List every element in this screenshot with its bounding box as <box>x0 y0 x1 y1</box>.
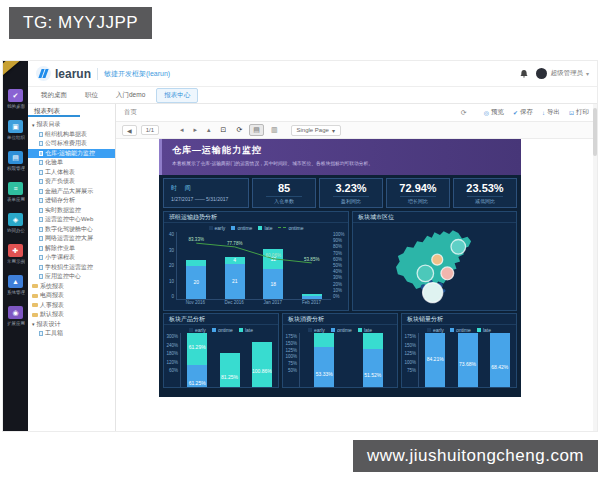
map-bubble[interactable] <box>417 265 433 281</box>
tab-2[interactable]: 入门demo <box>109 89 152 102</box>
map-bubble[interactable] <box>441 267 454 280</box>
map-bubble[interactable] <box>423 283 443 303</box>
prev-page-button[interactable]: ◂ <box>177 125 187 135</box>
tree-item[interactable]: 小学课程表 <box>28 253 115 263</box>
plot-area: 53.33%53.33%51.52%51.52% <box>299 333 397 387</box>
y-tick: 125% <box>285 348 297 353</box>
sidebar-module-3[interactable]: ≡表单应用 <box>3 176 28 207</box>
print-button[interactable]: ⊡ <box>218 125 230 135</box>
bell-icon[interactable] <box>519 69 529 79</box>
folder-icon <box>32 294 38 298</box>
top-button[interactable]: ▴ <box>204 125 214 135</box>
document-icon <box>39 265 43 270</box>
document-icon <box>39 331 43 336</box>
tree-root-1[interactable]: ▾报表目录 <box>28 120 115 130</box>
sidebar-module-2[interactable]: ▤权限管理 <box>3 145 28 176</box>
module-icon: ✔ <box>8 89 23 102</box>
tree-item[interactable]: 金融产品大屏展示 <box>28 187 115 197</box>
tree-root-2[interactable]: ▾报表设计 <box>28 320 115 330</box>
y-tick: 300% <box>166 334 178 339</box>
legend-item: late <box>477 327 491 333</box>
legend-swatch <box>331 328 335 332</box>
scrollbar-thumb[interactable] <box>593 108 597 156</box>
ontime-segment: 68.42% <box>490 333 510 387</box>
kpi-label: 减低同比 <box>467 196 503 204</box>
collapse-panel-button[interactable]: ◀ <box>122 125 137 136</box>
sidebar-module-1[interactable]: ▣单位组织 <box>3 114 28 145</box>
y-tick: 240% <box>166 343 178 348</box>
stacked-bar: 100.86% <box>252 342 272 387</box>
learun-logo-icon <box>36 66 51 81</box>
user-avatar[interactable] <box>536 68 547 79</box>
trend-chart-panel: 班组运输趋势分析 earlyontimelateontime 403020100… <box>163 211 349 311</box>
module-icon: ✚ <box>8 244 23 257</box>
brand-tagline: 敏捷开发框架(learun) <box>104 69 170 79</box>
next-page-button[interactable]: ▸ <box>190 125 200 135</box>
document-icon <box>39 198 43 203</box>
y-tick: 150% <box>285 341 297 346</box>
map-bubble[interactable] <box>432 254 443 265</box>
document-icon <box>39 132 43 137</box>
tree-folder[interactable]: 电商报表 <box>28 291 115 301</box>
tree-item[interactable]: 工人体检表 <box>28 168 115 178</box>
brand-name: learun <box>55 67 91 81</box>
tab-0[interactable]: 我的桌面 <box>34 89 74 102</box>
continuous-page-toggle[interactable]: ▥ <box>268 125 281 135</box>
tree-item[interactable]: 资产负债表 <box>28 177 115 187</box>
tree-item[interactable]: 工具箱 <box>28 329 115 339</box>
tree-item[interactable]: 仓库-运输能力监控 <box>28 149 115 159</box>
tree-item[interactable]: 进销存分析 <box>28 196 115 206</box>
view-mode-dropdown[interactable]: Single Page▾ <box>291 125 341 136</box>
sidebar-module-0[interactable]: ✔我的桌面 <box>3 83 28 114</box>
y-tick: 125% <box>404 351 416 356</box>
refresh-icon[interactable]: ⟳ <box>461 109 467 117</box>
sidebar-module-5[interactable]: ✚常用示例 <box>3 238 28 269</box>
map-bubble[interactable] <box>451 239 466 254</box>
chevron-down-icon[interactable]: ▾ <box>586 70 589 77</box>
app-scrollbar[interactable] <box>593 104 597 431</box>
print-button[interactable]: ⊡打印 <box>569 108 589 117</box>
tree-item[interactable]: 公司标准费用表 <box>28 139 115 149</box>
tree-item[interactable]: 解除作业单 <box>28 244 115 254</box>
save-button[interactable]: ✔保存 <box>513 108 533 117</box>
legend-item: early <box>308 327 325 333</box>
export-button[interactable]: ↓导出 <box>542 108 560 117</box>
ontime-segment: 51.52% <box>363 349 383 387</box>
legend-item: late <box>358 327 372 333</box>
tree-item[interactable]: 组织机构单据表 <box>28 130 115 140</box>
header-divider <box>97 68 98 80</box>
y-tick: 75% <box>407 368 416 373</box>
tree-panel-title[interactable]: 报表列表 <box>28 104 80 117</box>
single-page-toggle[interactable]: ▤ <box>249 124 264 136</box>
sidebar-module-7[interactable]: ◉扩展应用 <box>3 300 28 331</box>
tree-item[interactable]: 化验单 <box>28 158 115 168</box>
tree-item[interactable]: 数字化驾驶舱中心 <box>28 225 115 235</box>
tree-item[interactable]: 学校招生运营监控 <box>28 263 115 273</box>
map-panel-title: 板块城市区位 <box>353 212 516 223</box>
tree-folder[interactable]: 系统报表 <box>28 282 115 292</box>
document-icon <box>39 236 43 241</box>
legend-swatch <box>239 328 243 332</box>
user-name[interactable]: 超级管理员 <box>550 69 583 78</box>
legend-item: early <box>189 327 206 333</box>
stacked-bar: 28.9%73.68% <box>458 333 478 387</box>
bottom-chart-panel-3: 板块销量分析earlyontimelate175%150%125%100%75%… <box>401 313 517 388</box>
tree-item[interactable]: 实时数据监控 <box>28 206 115 216</box>
print-button-icon: ⊡ <box>569 109 574 116</box>
tree-item[interactable]: 应用监控中心 <box>28 272 115 282</box>
tab-3[interactable]: 报表中心 <box>156 88 198 103</box>
sidebar-module-4[interactable]: ◈协同办公 <box>3 207 28 238</box>
tree-folder[interactable]: 人事报表 <box>28 301 115 311</box>
kpi-row: 时 间1/27/2017 —— 5/31/201785入仓单数3.23%盈利同比… <box>159 175 521 211</box>
tree-item[interactable]: 运营监控中心Web <box>28 215 115 225</box>
page-indicator[interactable]: 1/1 <box>141 125 159 135</box>
tab-1[interactable]: 职位 <box>78 89 105 102</box>
stacked-bar: 24.58%68.42% <box>490 333 510 387</box>
preview-button[interactable]: ◎预览 <box>484 108 504 117</box>
tree-folder[interactable]: 默认报表 <box>28 310 115 320</box>
breadcrumb[interactable]: 首页 <box>124 108 137 117</box>
tree-item[interactable]: 网络运营监控大屏 <box>28 234 115 244</box>
app-header: learun 敏捷开发框架(learun) 超级管理员 ▾ <box>28 61 597 87</box>
refresh-button[interactable]: ⟳ <box>233 125 245 135</box>
sidebar-module-6[interactable]: ▲系统管理 <box>3 269 28 300</box>
